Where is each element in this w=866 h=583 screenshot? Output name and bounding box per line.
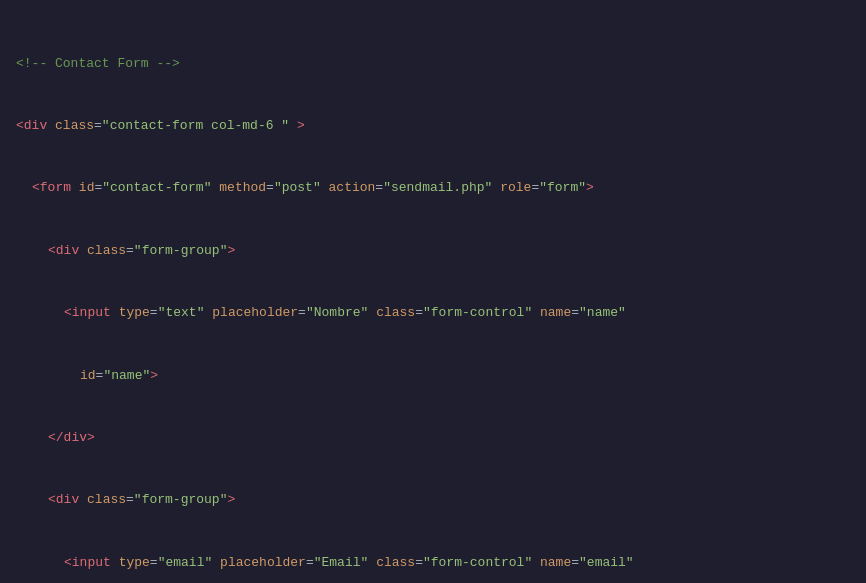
code-editor: <!-- Contact Form --> <div class="contac…	[0, 8, 866, 583]
line-8: <div class="form-group">	[16, 490, 850, 511]
line-3: <form id="contact-form" method="post" ac…	[16, 178, 850, 199]
line-5: <input type="text" placeholder="Nombre" …	[16, 303, 850, 324]
attr-class-val: "contact-form col-md-6 "	[102, 116, 289, 137]
line-4: <div class="form-group">	[16, 241, 850, 262]
line-2: <div class="contact-form col-md-6 " >	[16, 116, 850, 137]
line-9: <input type="email" placeholder="Email" …	[16, 553, 850, 574]
tag-div-open: <div	[16, 116, 47, 137]
line-1: <!-- Contact Form -->	[16, 54, 850, 75]
tag-form-open: <form	[32, 178, 71, 199]
attr-class: class	[55, 116, 94, 137]
comment-open: <!-- Contact Form -->	[16, 54, 180, 75]
line-7: </div>	[16, 428, 850, 449]
line-6: id="name">	[16, 366, 850, 387]
